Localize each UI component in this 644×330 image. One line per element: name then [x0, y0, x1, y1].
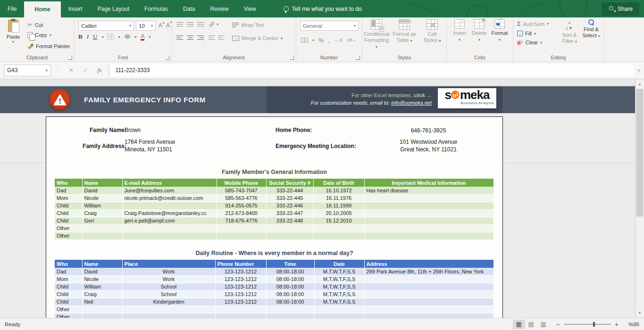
cell[interactable]: Child: [55, 298, 82, 305]
format-as-table-dropdown-icon[interactable]: ▾: [410, 39, 412, 43]
conditional-formatting-dropdown-icon[interactable]: ▾: [376, 45, 377, 49]
cell[interactable]: [122, 202, 217, 209]
cell[interactable]: 08:00-18:00: [266, 298, 314, 305]
borders-button[interactable]: [108, 34, 114, 40]
align-left-button[interactable]: [176, 35, 183, 41]
cell[interactable]: 123-123-1212: [215, 283, 266, 290]
cell[interactable]: Other: [55, 232, 82, 239]
autosum-dropdown-icon[interactable]: ▾: [547, 22, 549, 26]
cell[interactable]: [122, 224, 217, 232]
cell[interactable]: [364, 202, 493, 209]
cell[interactable]: M,T,W,T,F,S,S: [314, 268, 364, 275]
fill-color-button[interactable]: [124, 34, 130, 39]
header-cell[interactable]: Name: [82, 179, 122, 187]
cell[interactable]: Craig: [82, 290, 122, 298]
fill-dropdown-icon[interactable]: ▾: [534, 32, 536, 36]
align-center-button[interactable]: [187, 35, 193, 41]
accounting-format-button[interactable]: $: [301, 38, 308, 42]
merge-center-dropdown-icon[interactable]: ▾: [281, 36, 283, 41]
cell[interactable]: Dad: [55, 187, 82, 194]
cell[interactable]: [215, 305, 266, 313]
cell[interactable]: Work: [122, 268, 215, 275]
cell[interactable]: M,T,W,T,F,S,S: [314, 283, 364, 290]
font-name-dropdown-icon[interactable]: ▾: [129, 24, 131, 28]
sort-filter-dropdown-icon[interactable]: ▾: [575, 40, 577, 44]
delete-dropdown-icon[interactable]: ▾: [478, 38, 480, 42]
normal-view-button[interactable]: ▦: [513, 320, 525, 329]
enter-button[interactable]: ✓: [78, 67, 92, 74]
header-cell[interactable]: Date of Birth: [313, 179, 364, 187]
header-cell[interactable]: E-mail Address: [122, 179, 217, 187]
header-cell[interactable]: Time: [266, 260, 314, 268]
cell[interactable]: [364, 290, 493, 298]
increase-indent-button[interactable]: [218, 35, 225, 41]
header-cell[interactable]: Important Medical Information: [364, 179, 493, 187]
cell[interactable]: School: [122, 283, 215, 290]
cell[interactable]: [266, 313, 314, 318]
tab-formulas[interactable]: Formulas: [137, 0, 176, 17]
tab-home[interactable]: Home: [24, 1, 60, 17]
cell[interactable]: 333-22-446: [266, 202, 313, 209]
percent-style-button[interactable]: %: [318, 37, 324, 44]
formula-bar-expand-icon[interactable]: ˅: [634, 68, 644, 73]
orientation-button[interactable]: ab ▾: [209, 21, 218, 27]
header-cell[interactable]: Social Security #: [266, 179, 313, 187]
cell[interactable]: [364, 305, 493, 313]
someka-logo[interactable]: smeka Business Analysis: [438, 88, 496, 108]
paste-button[interactable]: Paste ▾: [3, 20, 24, 54]
email-link[interactable]: info@someka.net: [391, 100, 432, 106]
increase-decimal-button[interactable]: ←.0: [334, 38, 342, 42]
cell[interactable]: William: [82, 283, 122, 290]
cell[interactable]: 08:00-18:00: [266, 283, 314, 290]
cell[interactable]: [364, 209, 493, 217]
number-format-combo[interactable]: General ▾: [300, 21, 359, 31]
tab-data[interactable]: Data: [176, 0, 202, 17]
cell[interactable]: School: [122, 290, 215, 298]
cell[interactable]: Nicole: [82, 275, 122, 283]
cell[interactable]: [364, 298, 493, 305]
font-name-combo[interactable]: Calibri ▾: [78, 21, 134, 31]
header-cell[interactable]: Name: [82, 260, 122, 268]
cell[interactable]: M,T,W,T,F,S,S: [314, 275, 364, 283]
zoom-out-button[interactable]: −: [550, 321, 564, 328]
decrease-decimal-button[interactable]: .00→: [346, 38, 357, 42]
cell[interactable]: Child: [55, 217, 82, 224]
cell[interactable]: William: [82, 202, 122, 209]
grow-font-button[interactable]: A▲: [159, 22, 162, 29]
fill-button[interactable]: ↓ Fill ▾: [517, 31, 549, 36]
family-name-cell[interactable]: Brown: [125, 127, 141, 133]
cell[interactable]: Geri: [82, 217, 122, 224]
cell[interactable]: 20.10.2005: [313, 209, 364, 217]
find-select-button[interactable]: Find &Select ▾: [580, 19, 602, 39]
bold-button[interactable]: B: [78, 33, 83, 41]
cell[interactable]: Child: [55, 202, 82, 209]
cell[interactable]: David: [82, 268, 122, 275]
cell[interactable]: [82, 313, 122, 318]
cell[interactable]: June@fcequities.com: [122, 187, 217, 194]
worksheet-area[interactable]: FAMILY EMERGENCY INFO FORM For other Exc…: [0, 79, 635, 318]
decrease-indent-button[interactable]: [209, 35, 215, 41]
header-cell[interactable]: Phone Number: [215, 260, 266, 268]
zoom-in-button[interactable]: +: [611, 321, 623, 328]
font-dialog-launcher[interactable]: [165, 56, 169, 60]
header-cell[interactable]: Who: [55, 179, 82, 187]
insert-function-button[interactable]: fx: [92, 66, 106, 74]
format-dropdown-icon[interactable]: ▾: [499, 38, 501, 42]
cell[interactable]: [364, 232, 493, 239]
cell[interactable]: [364, 275, 493, 283]
number-format-dropdown-icon[interactable]: ▾: [354, 24, 356, 28]
align-top-button[interactable]: [176, 22, 183, 27]
cell[interactable]: [82, 232, 122, 239]
sort-filter-button[interactable]: AZ▼ Sort &Filter ▾: [559, 19, 580, 45]
header-cell[interactable]: Mobile Phone: [217, 179, 266, 187]
cell[interactable]: [314, 313, 364, 318]
cell[interactable]: Other: [55, 313, 82, 318]
share-button[interactable]: Share: [602, 2, 639, 16]
insert-dropdown-icon[interactable]: ▾: [459, 38, 460, 42]
cell[interactable]: 16.11.1976: [313, 194, 364, 202]
formula-bar-grip[interactable]: ⋮: [55, 67, 60, 74]
cell[interactable]: Neil: [82, 298, 122, 305]
orientation-dropdown-icon[interactable]: ▾: [217, 22, 218, 26]
cell[interactable]: [364, 283, 493, 290]
underline-button[interactable]: U: [93, 33, 97, 41]
